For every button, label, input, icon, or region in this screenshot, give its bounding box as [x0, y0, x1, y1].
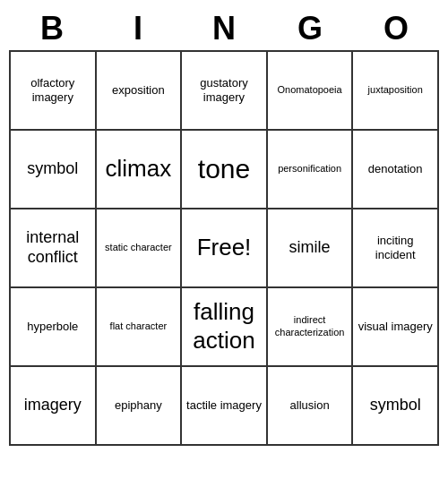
bingo-cell: inciting incident: [353, 209, 439, 288]
bingo-header: BINGO: [9, 7, 439, 50]
bingo-cell: hyperbole: [11, 288, 97, 367]
cell-label: visual imagery: [358, 320, 433, 334]
cell-label: falling action: [185, 298, 263, 354]
cell-label: denotation: [368, 162, 423, 176]
header-letter: O: [353, 7, 439, 50]
cell-label: static character: [105, 242, 172, 253]
cell-label: Onomatopoeia: [278, 84, 342, 96]
bingo-cell: olfactory imagery: [11, 52, 97, 131]
cell-label: hyperbole: [27, 320, 78, 334]
bingo-cell: epiphany: [97, 367, 183, 446]
cell-label: internal conflict: [13, 228, 92, 267]
bingo-cell: juxtaposition: [353, 52, 439, 131]
bingo-cell: personification: [268, 131, 354, 209]
cell-label: exposition: [112, 83, 165, 98]
bingo-cell: imagery: [11, 367, 97, 446]
cell-label: epiphany: [115, 398, 162, 413]
bingo-cell: climax: [97, 131, 183, 209]
bingo-cell: flat character: [97, 288, 183, 367]
cell-label: simile: [289, 238, 331, 258]
bingo-cell: symbol: [353, 367, 439, 446]
cell-label: inciting incident: [356, 234, 435, 261]
cell-label: climax: [106, 155, 172, 183]
cell-label: juxtaposition: [368, 84, 423, 96]
bingo-cell: internal conflict: [11, 209, 97, 288]
cell-label: Free!: [197, 234, 252, 261]
cell-label: tactile imagery: [186, 398, 262, 413]
bingo-card: BINGO olfactory imageryexpositiongustato…: [9, 7, 439, 446]
cell-label: symbol: [370, 396, 421, 415]
header-letter: I: [95, 7, 181, 50]
cell-label: indirect characterization: [271, 314, 349, 337]
bingo-cell: indirect characterization: [268, 288, 354, 367]
bingo-cell: tactile imagery: [182, 367, 268, 446]
bingo-cell: denotation: [353, 131, 439, 209]
header-letter: B: [9, 7, 95, 50]
bingo-cell: Free!: [182, 209, 268, 288]
bingo-cell: symbol: [11, 131, 97, 209]
bingo-cell: falling action: [182, 288, 268, 367]
bingo-cell: exposition: [97, 52, 183, 131]
cell-label: gustatory imagery: [185, 76, 263, 104]
cell-label: flat character: [110, 320, 168, 332]
bingo-cell: tone: [182, 131, 268, 209]
bingo-cell: allusion: [268, 367, 354, 446]
header-letter: N: [181, 7, 267, 50]
bingo-cell: visual imagery: [353, 288, 439, 367]
bingo-cell: gustatory imagery: [182, 52, 268, 131]
bingo-grid: olfactory imageryexpositiongustatory ima…: [9, 50, 439, 446]
bingo-cell: simile: [268, 209, 354, 288]
cell-label: allusion: [290, 398, 330, 413]
cell-label: personification: [278, 163, 341, 175]
cell-label: olfactory imagery: [13, 76, 92, 104]
header-letter: G: [267, 7, 353, 50]
bingo-cell: static character: [97, 209, 183, 288]
cell-label: imagery: [24, 396, 82, 415]
cell-label: symbol: [27, 159, 78, 179]
bingo-cell: Onomatopoeia: [268, 52, 354, 131]
cell-label: tone: [198, 153, 250, 185]
